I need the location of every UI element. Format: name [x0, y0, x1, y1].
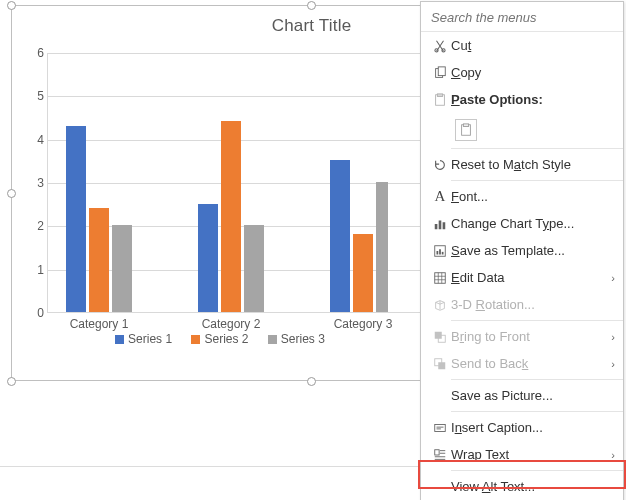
- data-bar[interactable]: [112, 225, 132, 312]
- paste-option-button[interactable]: [455, 119, 477, 141]
- svg-rect-10: [443, 222, 446, 229]
- data-bar[interactable]: [66, 126, 86, 312]
- font-icon: A: [429, 188, 451, 205]
- menu-label: Send to Back: [451, 356, 611, 371]
- svg-rect-5: [437, 93, 442, 96]
- menu-item-change-chart-type[interactable]: Change Chart Type...: [421, 210, 623, 237]
- plot-area[interactable]: 0123456Category 1Category 2Category 3: [47, 53, 420, 313]
- paste-icon: [429, 93, 451, 107]
- menu-label: Reset to Match Style: [451, 157, 615, 172]
- menu-separator: [451, 379, 623, 380]
- svg-rect-13: [439, 249, 441, 254]
- legend-label: Series 1: [128, 332, 172, 346]
- data-bar[interactable]: [89, 208, 109, 312]
- svg-rect-3: [438, 66, 445, 75]
- menu-separator: [451, 148, 623, 149]
- box-3d-icon: [429, 298, 451, 312]
- menu-label: Save as Template...: [451, 243, 615, 258]
- menu-item-paste-options: Paste Options:: [421, 86, 623, 113]
- legend-label: Series 2: [204, 332, 248, 346]
- menu-item-bring-front: Bring to Front ›: [421, 323, 623, 350]
- data-bar[interactable]: [221, 121, 241, 312]
- menu-item-reset-style[interactable]: Reset to Match Style: [421, 151, 623, 178]
- svg-rect-9: [439, 220, 442, 229]
- menu-item-insert-caption[interactable]: Insert Caption...: [421, 414, 623, 441]
- menu-separator: [451, 411, 623, 412]
- legend-swatch-series3: [268, 335, 277, 344]
- chart-legend[interactable]: Series 1 Series 2 Series 3: [12, 332, 420, 346]
- menu-search-box[interactable]: [421, 2, 623, 32]
- menu-label: Edit Data: [451, 270, 611, 285]
- y-axis-tick-label: 0: [30, 306, 44, 320]
- submenu-arrow-icon: ›: [611, 449, 615, 461]
- menu-label: Font...: [451, 189, 615, 204]
- menu-item-edit-data[interactable]: Edit Data ›: [421, 264, 623, 291]
- menu-label: Change Chart Type...: [451, 216, 615, 231]
- menu-item-save-picture[interactable]: Save as Picture...: [421, 382, 623, 409]
- paste-options-row: [421, 113, 623, 146]
- svg-rect-14: [442, 251, 444, 254]
- menu-label: Bring to Front: [451, 329, 611, 344]
- menu-item-wrap-text[interactable]: Wrap Text ›: [421, 441, 623, 468]
- wrap-text-icon: [429, 448, 451, 462]
- resize-handle-top-left[interactable]: [7, 1, 16, 10]
- bring-front-icon: [429, 330, 451, 344]
- menu-item-3d-rotation: 3-D Rotation...: [421, 291, 623, 318]
- data-bar[interactable]: [330, 160, 350, 312]
- y-axis-tick-label: 2: [30, 219, 44, 233]
- legend-swatch-series1: [115, 335, 124, 344]
- resize-handle-left[interactable]: [7, 189, 16, 198]
- legend-label: Series 3: [281, 332, 325, 346]
- menu-label: Copy: [451, 65, 615, 80]
- svg-rect-21: [435, 449, 439, 454]
- y-axis-tick-label: 4: [30, 133, 44, 147]
- data-bar[interactable]: [353, 234, 373, 312]
- menu-label: Paste Options:: [451, 92, 615, 107]
- y-axis-tick-label: 1: [30, 263, 44, 277]
- menu-label: Insert Caption...: [451, 420, 615, 435]
- menu-item-send-back: Send to Back ›: [421, 350, 623, 377]
- data-bar[interactable]: [244, 225, 264, 312]
- edit-data-icon: [429, 271, 451, 285]
- data-bar[interactable]: [376, 182, 388, 312]
- menu-label: Save as Picture...: [451, 388, 615, 403]
- menu-label: 3-D Rotation...: [451, 297, 615, 312]
- menu-separator: [451, 320, 623, 321]
- menu-item-font[interactable]: A Font...: [421, 183, 623, 210]
- gridline: [48, 96, 420, 97]
- resize-handle-bottom-left[interactable]: [7, 377, 16, 386]
- submenu-arrow-icon: ›: [611, 358, 615, 370]
- submenu-arrow-icon: ›: [611, 272, 615, 284]
- svg-rect-12: [437, 251, 439, 255]
- data-bar[interactable]: [198, 204, 218, 312]
- reset-icon: [429, 158, 451, 172]
- menu-item-view-alt-text[interactable]: View Alt Text...: [421, 473, 623, 500]
- chart-context-menu: Cut Copy Paste Options: Reset to Match S…: [420, 1, 624, 500]
- copy-icon: [429, 66, 451, 80]
- send-back-icon: [429, 357, 451, 371]
- y-axis-tick-label: 3: [30, 176, 44, 190]
- menu-label: Cut: [451, 38, 615, 53]
- gridline: [48, 53, 420, 54]
- x-axis-category-label: Category 1: [49, 317, 149, 331]
- menu-separator: [451, 470, 623, 471]
- y-axis-tick-label: 5: [30, 89, 44, 103]
- save-template-icon: [429, 244, 451, 258]
- menu-search-input[interactable]: [429, 6, 615, 28]
- svg-rect-8: [435, 224, 438, 229]
- menu-item-save-template[interactable]: Save as Template...: [421, 237, 623, 264]
- svg-rect-7: [463, 123, 468, 126]
- svg-rect-15: [435, 272, 446, 283]
- menu-item-cut[interactable]: Cut: [421, 32, 623, 59]
- menu-label: View Alt Text...: [451, 479, 615, 494]
- resize-handle-top[interactable]: [307, 1, 316, 10]
- menu-label: Wrap Text: [451, 447, 611, 462]
- menu-item-copy[interactable]: Copy: [421, 59, 623, 86]
- svg-rect-20: [435, 424, 446, 431]
- resize-handle-bottom[interactable]: [307, 377, 316, 386]
- x-axis-category-label: Category 3: [313, 317, 413, 331]
- cut-icon: [429, 39, 451, 53]
- submenu-arrow-icon: ›: [611, 331, 615, 343]
- x-axis-category-label: Category 2: [181, 317, 281, 331]
- y-axis-tick-label: 6: [30, 46, 44, 60]
